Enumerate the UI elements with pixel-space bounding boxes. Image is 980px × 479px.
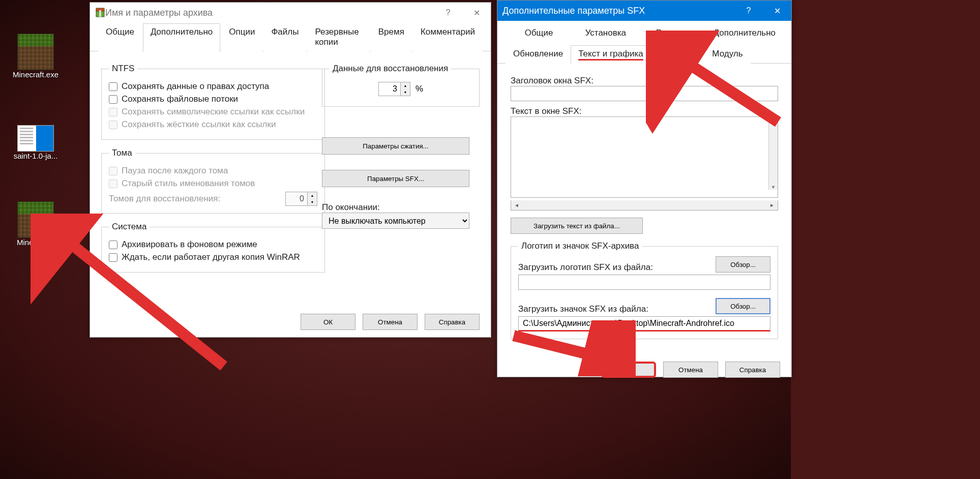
recovery-percent-spinner[interactable]: ▲▼ bbox=[378, 82, 410, 96]
tab-sfx-general[interactable]: Общие bbox=[506, 24, 572, 42]
recovery-volumes-spinner: ▲▼ bbox=[285, 192, 317, 206]
desktop-icon-minecraft-sfx[interactable]: Minecraft... bbox=[5, 201, 66, 247]
chk-save-symlinks: Сохранять символические ссылки как ссылк… bbox=[109, 107, 317, 117]
desktop-icon-minecraft-exe[interactable]: Minecraft.exe bbox=[5, 34, 66, 79]
desktop-icon-saint-jar[interactable]: saint-1.0-ja... bbox=[5, 125, 66, 160]
ntfs-legend: NTFS bbox=[109, 64, 137, 74]
chk-pause-each: Пауза после каждого тома bbox=[109, 166, 317, 176]
tab-sfx-module[interactable]: Модуль bbox=[704, 45, 750, 64]
system-legend: Система bbox=[109, 222, 150, 232]
tab-advanced[interactable]: Дополнительно bbox=[143, 23, 220, 51]
logo-icon-legend: Логотип и значок SFX-архива bbox=[518, 241, 642, 251]
icon-path-input[interactable] bbox=[518, 316, 770, 332]
tab-sfx-text-graphics[interactable]: Текст и графика bbox=[571, 45, 651, 64]
chk-wait-other[interactable]: Ждать, если работает другая копия WinRAR bbox=[109, 252, 317, 262]
horizontal-scrollbar[interactable]: ◄► bbox=[511, 200, 778, 211]
document-icon bbox=[17, 125, 54, 152]
tab-sfx-setup[interactable]: Установка bbox=[572, 24, 639, 42]
titlebar[interactable]: Дополнительные параметры SFX ? ✕ bbox=[497, 1, 791, 21]
tab-sfx-modes[interactable]: Режимы bbox=[639, 24, 705, 42]
recovery-legend: Данные для восстановления bbox=[330, 64, 451, 74]
tab-files[interactable]: Файлы bbox=[263, 23, 306, 51]
archive-params-window: Имя и параметры архива ? ✕ Общие Дополни… bbox=[90, 2, 491, 338]
ok-button[interactable]: ОК bbox=[601, 362, 656, 378]
desktop-label: saint-1.0-ja... bbox=[14, 152, 58, 160]
load-icon-label: Загрузить значок SFX из файла: bbox=[518, 304, 648, 314]
spin-down-icon: ▼ bbox=[308, 199, 317, 205]
tab-row-1: Общие Установка Режимы Дополнительно bbox=[497, 21, 791, 42]
dialog-footer: ОК Отмена Справка bbox=[497, 354, 791, 385]
help-button[interactable]: Справка bbox=[425, 314, 480, 330]
chk-save-streams[interactable]: Сохранять файловые потоки bbox=[109, 94, 317, 104]
desktop-label: Minecraft... bbox=[17, 238, 54, 247]
tab-comment[interactable]: Комментарий bbox=[413, 23, 483, 51]
load-text-button[interactable]: Загрузить текст из файла... bbox=[511, 218, 643, 234]
close-button[interactable]: ✕ bbox=[462, 3, 491, 23]
tab-row-2: Обновление Текст и графика Лицензия Моду… bbox=[497, 42, 791, 64]
volumes-legend: Тома bbox=[109, 148, 135, 158]
tab-general[interactable]: Общие bbox=[98, 23, 142, 51]
tab-sfx-update[interactable]: Обновление bbox=[506, 45, 571, 64]
tab-time[interactable]: Время bbox=[371, 23, 412, 51]
tab-backup[interactable]: Резервные копии bbox=[307, 23, 369, 51]
tab-sfx-advanced[interactable]: Дополнительно bbox=[706, 24, 783, 42]
svg-rect-2 bbox=[99, 10, 101, 17]
help-button[interactable]: ? bbox=[434, 3, 462, 23]
recovery-group: Данные для восстановления ▲▼ % bbox=[322, 64, 480, 107]
tab-row: Общие Дополнительно Опции Файлы Резервны… bbox=[90, 23, 491, 51]
chk-save-security[interactable]: Сохранять данные о правах доступа bbox=[109, 81, 317, 92]
winrar-icon bbox=[95, 8, 105, 18]
tab-options[interactable]: Опции bbox=[221, 23, 262, 51]
titlebar[interactable]: Имя и параметры архива ? ✕ bbox=[90, 3, 491, 23]
desktop-label: Minecraft.exe bbox=[13, 70, 58, 79]
chk-save-hardlinks: Сохранять жёсткие ссылки как ссылки bbox=[109, 119, 317, 130]
percent-label: % bbox=[415, 84, 423, 94]
on-finish-select[interactable]: Не выключать компьютер bbox=[322, 213, 469, 229]
help-button[interactable]: Справка bbox=[725, 362, 780, 378]
chk-background[interactable]: Архивировать в фоновом режиме bbox=[109, 240, 317, 250]
volumes-group: Тома Пауза после каждого тома Старый сти… bbox=[101, 148, 325, 214]
sfx-title-input[interactable] bbox=[511, 86, 778, 101]
scroll-down-icon[interactable]: ▼ bbox=[771, 185, 776, 190]
logo-icon-group: Логотип и значок SFX-архива Загрузить ло… bbox=[511, 241, 778, 339]
spin-up-icon: ▲ bbox=[308, 192, 317, 199]
cancel-button[interactable]: Отмена bbox=[363, 314, 418, 330]
minecraft-block-icon bbox=[17, 34, 54, 70]
scroll-up-icon[interactable]: ▲ bbox=[771, 117, 776, 122]
system-group: Система Архивировать в фоновом режиме Жд… bbox=[101, 222, 325, 273]
chk-old-naming: Старый стиль именования томов bbox=[109, 178, 317, 189]
logo-path-input[interactable] bbox=[518, 275, 770, 290]
spin-up-icon[interactable]: ▲ bbox=[401, 82, 410, 89]
recovery-volumes-label: Томов для восстановления: bbox=[109, 194, 220, 204]
window-title: Дополнительные параметры SFX bbox=[502, 6, 734, 16]
browse-icon-button[interactable]: Обзор... bbox=[716, 298, 770, 314]
load-logo-label: Загрузить логотип SFX из файла: bbox=[518, 262, 653, 273]
compression-params-button[interactable]: Параметры сжатия... bbox=[322, 137, 469, 155]
sfx-text-label: Текст в окне SFX: bbox=[511, 106, 778, 116]
recovery-percent-input[interactable] bbox=[379, 82, 400, 96]
close-button[interactable]: ✕ bbox=[763, 1, 791, 21]
ntfs-group: NTFS Сохранять данные о правах доступа С… bbox=[101, 64, 325, 140]
browse-logo-button[interactable]: Обзор... bbox=[716, 256, 770, 273]
minecraft-block-icon bbox=[17, 201, 54, 238]
spin-down-icon[interactable]: ▼ bbox=[401, 89, 410, 96]
sfx-params-window: Дополнительные параметры SFX ? ✕ Общие У… bbox=[497, 0, 792, 377]
cancel-button[interactable]: Отмена bbox=[663, 362, 718, 378]
on-finish-label: По окончании: bbox=[322, 202, 480, 213]
sfx-title-label: Заголовок окна SFX: bbox=[511, 76, 778, 86]
dialog-footer: ОК Отмена Справка bbox=[90, 307, 491, 337]
tab-sfx-license[interactable]: Лицензия bbox=[651, 45, 705, 64]
sfx-params-button[interactable]: Параметры SFX... bbox=[322, 170, 469, 187]
ok-button[interactable]: ОК bbox=[301, 314, 355, 330]
help-button[interactable]: ? bbox=[734, 1, 763, 21]
recovery-volumes-input bbox=[286, 192, 307, 205]
sfx-text-textarea[interactable] bbox=[511, 116, 778, 198]
window-title: Имя и параметры архива bbox=[105, 8, 434, 18]
